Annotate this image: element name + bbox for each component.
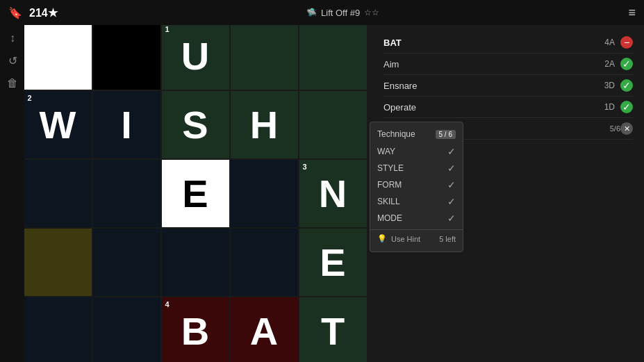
dropdown-item-way[interactable]: WAY ✓ [370,143,463,160]
dropdown-header: Technique 5 / 6 [370,126,463,143]
hint-count: 5 left [439,235,456,243]
delete-icon[interactable]: 🗑 [7,77,18,90]
dropdown-label-form: FORM [377,180,402,190]
clue-status-technique: ✕ [620,122,633,135]
dropdown-item-form[interactable]: FORM ✓ [370,176,463,193]
dropdown-label-way: WAY [377,147,395,156]
cell-4-1[interactable] [24,229,92,296]
clue-status-aim: ✓ [620,58,633,70]
cell-5-3[interactable]: 4B [162,297,229,362]
cell-3-3[interactable]: E [162,160,229,227]
cell-2-3[interactable]: S [162,91,229,158]
check-icon-style: ✓ [447,163,456,174]
clue-progress-technique: 5/6 [610,124,620,133]
cell-2-2[interactable]: I [93,91,160,158]
dropdown-item-skill[interactable]: SKILL ✓ [370,193,463,210]
dropdown-title: Technique [377,129,415,139]
cell-5-2[interactable] [93,297,160,362]
check-icon-skill: ✓ [447,196,456,207]
top-bar-center: 🛸 Lift Off #9 ☆☆ [58,8,629,18]
cell-letter-3-3: E [182,171,208,216]
lift-icon: 🛸 [306,8,317,17]
dropdown-item-style[interactable]: STYLE ✓ [370,160,463,176]
cell-5-4[interactable]: A [231,297,298,362]
cell-letter-2-2: I [121,102,132,147]
cell-1-1[interactable] [24,22,92,90]
clue-code-operate: 1D [604,102,615,112]
clue-status-operate: ✓ [620,101,633,113]
top-bar-left: 🔖 214★ [8,6,58,19]
clue-name-ensnare: Ensnare [383,81,604,91]
cell-4-5[interactable]: E [299,229,367,296]
dropdown-label-mode: MODE [377,213,402,223]
top-bar: 🔖 214★ 🛸 Lift Off #9 ☆☆ ≡ [0,0,644,25]
cell-number-5-3: 4 [165,300,170,308]
cell-number-3-5: 3 [303,163,307,171]
expand-icon[interactable]: ↕ [10,32,15,44]
cell-2-1[interactable]: 2W [24,91,92,158]
clue-code-aim: 2A [604,59,615,69]
cell-4-2[interactable] [93,229,160,296]
clue-status-ensnare: ✓ [620,79,633,92]
cell-number-1-3: 1 [165,25,170,33]
hint-bulb-icon: 💡 [377,234,387,243]
undo-icon[interactable]: ↺ [8,54,17,67]
bookmark-icon: 🔖 [8,6,22,19]
clue-row-ensnare[interactable]: Ensnare 3D ✓ [383,75,633,97]
dropdown-label-skill: SKILL [377,197,400,206]
cell-5-5[interactable]: T [299,297,367,362]
hint-row[interactable]: 💡 Use Hint 5 left [370,229,463,247]
cell-4-3[interactable] [162,229,229,296]
clue-code-ensnare: 3D [604,81,615,90]
cell-letter-5-5: T [321,308,345,354]
cell-number-2-1: 2 [28,94,32,102]
clue-code-bat: 4A [604,38,615,47]
cell-letter-3-5: N [319,171,347,216]
clue-row-aim[interactable]: Aim 2A ✓ [383,54,633,75]
dropdown-panel: Technique 5 / 6 WAY ✓ STYLE ✓ FORM ✓ SKI… [370,122,463,252]
menu-icon[interactable]: ≡ [628,6,636,20]
crossword-grid: 1U2WISHE3NE4BAT [24,22,367,362]
cell-1-5[interactable] [299,22,367,90]
dropdown-label-style: STYLE [377,163,404,173]
cell-3-1[interactable] [24,160,92,227]
star-icons: ☆☆ [364,8,379,17]
cell-letter-1-3: U [181,33,209,79]
cell-3-2[interactable] [93,160,160,227]
puzzle-title: Lift Off #9 [321,8,360,18]
cell-letter-4-5: E [320,240,345,285]
cell-1-2[interactable] [93,22,160,90]
hint-label: Use Hint [391,235,420,243]
check-icon-form: ✓ [447,179,456,190]
left-sidebar: ↕ ↺ 🗑 [0,25,25,362]
score-label: 214★ [29,6,58,19]
cell-letter-2-4: H [250,102,278,147]
cell-letter-2-1: W [40,102,76,147]
cell-1-3[interactable]: 1U [162,22,229,90]
cell-1-4[interactable] [231,22,298,90]
cell-letter-5-3: B [181,308,209,354]
cell-2-5[interactable] [299,91,367,158]
cell-letter-5-4: A [250,308,278,354]
cell-3-5[interactable]: 3N [299,160,367,227]
grid-area: 1U2WISHE3NE4BAT [25,25,365,362]
clue-name-bat: BAT [383,38,604,48]
check-icon-way: ✓ [447,146,456,157]
cell-2-4[interactable]: H [231,91,298,158]
check-icon-mode: ✓ [447,213,456,224]
dropdown-badge: 5 / 6 [436,130,456,139]
cell-letter-2-3: S [182,102,208,147]
clue-name-operate: Operate [383,102,604,113]
clue-row-operate[interactable]: Operate 1D ✓ [383,97,633,118]
clue-row-bat[interactable]: BAT 4A − [383,32,633,54]
cell-5-1[interactable] [24,297,92,362]
top-bar-right: ≡ [628,6,636,20]
clue-name-aim: Aim [383,59,604,69]
cell-3-4[interactable] [231,160,298,227]
dropdown-item-mode[interactable]: MODE ✓ [370,210,463,227]
cell-4-4[interactable] [231,229,298,296]
clue-status-bat: − [620,36,633,49]
